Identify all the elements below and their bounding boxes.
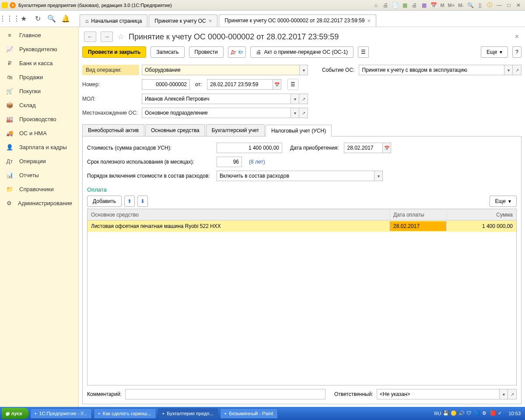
- chevron-down-icon[interactable]: ▾: [499, 389, 508, 399]
- calendar-icon[interactable]: 📅: [430, 2, 437, 9]
- open-icon[interactable]: ↗: [299, 108, 308, 118]
- open-icon[interactable]: ↗: [513, 65, 522, 75]
- print-icon[interactable]: 🖨: [382, 2, 389, 9]
- help-button[interactable]: ?: [512, 46, 522, 58]
- move-up-button[interactable]: ⬆: [124, 196, 135, 207]
- table-row[interactable]: Листовая офсетная печатная машина Ryobi …: [88, 220, 516, 232]
- apps-icon[interactable]: ⋮⋮⋮: [4, 14, 15, 24]
- post-close-button[interactable]: Провести и закрыть: [82, 46, 146, 58]
- taskbar-item-2[interactable]: ▪Бухгалтерия предп...: [158, 408, 218, 419]
- sidebar-item-3[interactable]: 🛍Продажи: [0, 70, 78, 84]
- open-icon[interactable]: ↗: [508, 389, 517, 399]
- write-button[interactable]: Записать: [150, 46, 184, 58]
- bell-icon[interactable]: 🔔: [60, 14, 71, 24]
- history-icon[interactable]: ↻: [32, 14, 43, 24]
- comment-input[interactable]: [125, 389, 326, 399]
- tab-doc3[interactable]: Принятие к учету ОС 0000-000002 от 28.02…: [219, 14, 376, 27]
- sidebar-item-0[interactable]: ≡Главное: [0, 28, 78, 42]
- order-select[interactable]: ▾: [217, 171, 383, 181]
- panel-icon[interactable]: ▯: [476, 2, 483, 9]
- printer2-icon[interactable]: 🖨: [411, 2, 418, 9]
- sidebar-item-10[interactable]: 📊Отчеты: [0, 168, 78, 182]
- m-minus-button[interactable]: M-: [458, 3, 464, 8]
- calc-green-icon[interactable]: ▦: [401, 2, 408, 9]
- calendar-icon[interactable]: 📅: [382, 143, 391, 153]
- sidebar-item-7[interactable]: 🚚ОС и НМА: [0, 126, 78, 140]
- life-input[interactable]: [217, 157, 242, 167]
- nav-back-button[interactable]: ←: [84, 32, 96, 42]
- inner-tab-2[interactable]: Бухгалтерский учет: [206, 124, 265, 136]
- sidebar-item-2[interactable]: ₽Банк и касса: [0, 56, 78, 70]
- loc-select[interactable]: ▾ ↗: [142, 108, 308, 118]
- mol-input[interactable]: [142, 94, 290, 104]
- add-button[interactable]: Добавить: [87, 196, 122, 207]
- tab-home[interactable]: ⌂ Начальная страница: [80, 14, 147, 27]
- post-button[interactable]: Провести: [189, 46, 224, 58]
- favorite-icon[interactable]: ★: [18, 14, 29, 24]
- cost-input[interactable]: [217, 143, 282, 153]
- m-button[interactable]: M: [440, 3, 444, 8]
- tray-icon[interactable]: 🟥: [490, 410, 496, 416]
- num-input[interactable]: [142, 79, 190, 90]
- inner-tab-0[interactable]: Внеоборотный актив: [82, 124, 144, 136]
- minimize-icon[interactable]: —: [496, 2, 503, 9]
- lock-button[interactable]: ☰: [287, 79, 298, 90]
- more-button[interactable]: Еще ▾: [481, 46, 508, 58]
- maximize-icon[interactable]: □: [505, 2, 512, 9]
- calendar-icon[interactable]: 📅: [273, 79, 281, 90]
- loc-input[interactable]: [142, 108, 290, 118]
- chevron-down-icon[interactable]: ▾: [290, 108, 299, 118]
- event-select[interactable]: ▾ ↗: [359, 65, 522, 75]
- chevron-down-icon[interactable]: ▾: [504, 65, 513, 75]
- op-select[interactable]: ▾: [142, 65, 308, 75]
- star-icon[interactable]: ☆: [117, 32, 124, 42]
- tab-doc2[interactable]: Принятие к учету ОС ×: [149, 14, 217, 27]
- date-input[interactable]: [207, 79, 273, 90]
- tray-icon[interactable]: 🔵: [474, 410, 480, 416]
- nav-forward-button[interactable]: →: [101, 32, 113, 42]
- dropdown-icon[interactable]: ▾: [10, 2, 16, 8]
- tray-icon[interactable]: ✓: [498, 410, 504, 416]
- move-down-button[interactable]: ⬇: [137, 196, 148, 207]
- inner-tab-1[interactable]: Основные средства: [145, 124, 205, 136]
- taskbar-item-0[interactable]: ▪1С:Предприятие - У...: [30, 408, 92, 419]
- mol-select[interactable]: ▾ ↗: [142, 94, 308, 104]
- zoom-icon[interactable]: 🔍: [467, 2, 474, 9]
- acq-input[interactable]: [344, 143, 382, 153]
- resp-input[interactable]: [377, 389, 499, 399]
- act-button[interactable]: 🖨 Акт о приеме-передаче ОС (ОС-1): [250, 46, 354, 58]
- close-doc-icon[interactable]: ×: [515, 33, 522, 41]
- search-icon[interactable]: 🔍: [46, 14, 57, 24]
- open-icon[interactable]: ↗: [299, 94, 308, 104]
- help-icon[interactable]: ⓘ: [486, 2, 493, 9]
- sidebar-item-6[interactable]: 🏭Производство: [0, 112, 78, 126]
- close-icon[interactable]: ×: [209, 18, 212, 24]
- sidebar-item-5[interactable]: 📦Склад: [0, 98, 78, 112]
- tray-icon[interactable]: 🔊: [458, 410, 465, 416]
- structure-button[interactable]: ☰: [358, 46, 369, 58]
- tray-icon[interactable]: 🛡: [466, 410, 472, 416]
- tray-icon[interactable]: 💾: [443, 410, 449, 416]
- doc-icon[interactable]: 📄: [392, 2, 399, 9]
- inner-tab-3[interactable]: Налоговый учет (УСН): [266, 125, 332, 136]
- chevron-down-icon[interactable]: ▾: [374, 171, 383, 181]
- lang-indicator[interactable]: RU: [434, 411, 441, 416]
- order-input[interactable]: [217, 171, 374, 181]
- table-more-button[interactable]: Еще ▾: [490, 196, 517, 207]
- grid-icon[interactable]: ▦: [420, 2, 427, 9]
- tray-icon[interactable]: ⚙: [482, 410, 488, 416]
- tray-icon[interactable]: 🟡: [451, 410, 457, 416]
- event-input[interactable]: [359, 65, 504, 75]
- sidebar-item-11[interactable]: 📁Справочники: [0, 182, 78, 196]
- sidebar-item-12[interactable]: ⚙Администрирование: [0, 196, 78, 210]
- dtkt-button[interactable]: ДтКт: [228, 46, 246, 58]
- clock[interactable]: 10:53: [508, 411, 521, 416]
- close-window-icon[interactable]: ✕: [515, 2, 522, 9]
- sidebar-item-9[interactable]: ДтОперации: [0, 154, 78, 168]
- taskbar-item-3[interactable]: ▪Безымянный - Paint: [220, 408, 278, 419]
- m-plus-button[interactable]: M+: [448, 3, 455, 8]
- sidebar-item-8[interactable]: 👤Зарплата и кадры: [0, 140, 78, 154]
- resp-select[interactable]: ▾ ↗: [377, 389, 517, 399]
- chevron-down-icon[interactable]: ▾: [290, 94, 299, 104]
- sidebar-item-4[interactable]: 🛒Покупки: [0, 84, 78, 98]
